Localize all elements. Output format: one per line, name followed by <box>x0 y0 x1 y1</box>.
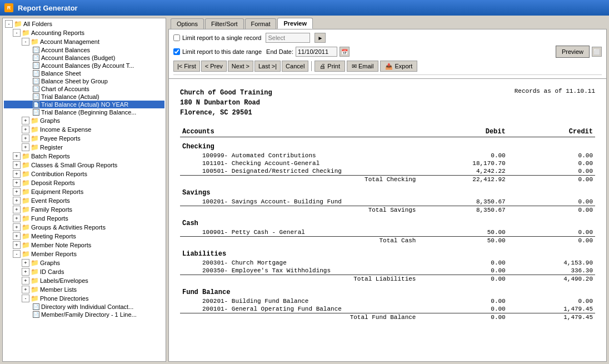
tab-preview[interactable]: Preview <box>277 18 313 29</box>
tree-item-groups-activities[interactable]: + 📁 Groups & Activities Reports <box>4 223 164 232</box>
member-graphs-expand[interactable]: + <box>22 259 29 267</box>
total-credit: 0.00 <box>508 237 595 245</box>
payee-expand[interactable]: + <box>22 134 29 142</box>
print-button[interactable]: 🖨 Print <box>315 61 345 72</box>
tree-item-accounting-reports[interactable]: - 📁 Accounting Reports <box>4 28 164 37</box>
total-label: Total Fund Balance <box>180 313 420 322</box>
labels-expand[interactable]: + <box>22 277 29 285</box>
cancel-button[interactable]: Cancel <box>282 61 308 72</box>
next-button[interactable]: Next > <box>228 61 253 72</box>
groups-expand[interactable]: + <box>13 223 21 231</box>
tab-filter-sort[interactable]: Filter/Sort <box>205 18 244 29</box>
tree-item-register[interactable]: + 📁 Register <box>4 143 164 152</box>
first-button[interactable]: |< First <box>173 61 200 72</box>
calendar-button[interactable]: 📅 <box>340 47 350 57</box>
labels-folder-icon: 📁 <box>31 277 39 285</box>
tree-item-deposit-reports[interactable]: + 📁 Deposit Reports <box>4 178 164 187</box>
account-mgmt-expand[interactable]: - <box>22 38 29 46</box>
family-expand[interactable]: + <box>13 206 21 213</box>
id-cards-expand[interactable]: + <box>22 268 29 276</box>
page-icon-button[interactable]: ⬜ <box>592 47 602 57</box>
meeting-expand[interactable]: + <box>13 232 21 240</box>
fund-expand[interactable]: + <box>13 215 21 222</box>
accounting-expand[interactable]: - <box>13 29 21 37</box>
tree-item-account-balances-budget[interactable]: 📄 Account Balances (Budget) <box>4 54 164 62</box>
tree-item-classes[interactable]: + 📁 Classes & Small Group Reports <box>4 161 164 169</box>
select-input[interactable] <box>266 33 310 43</box>
tree-root[interactable]: - 📁 All Folders <box>4 19 164 28</box>
tree-item-contribution-reports[interactable]: + 📁 Contribution Reports <box>4 169 164 178</box>
tree-item-account-management[interactable]: - 📁 Account Management <box>4 37 164 46</box>
tree-item-directory-individual[interactable]: 📄 Directory with Individual Contact... <box>4 303 164 311</box>
income-expand[interactable]: + <box>22 126 29 133</box>
total-label: Total Cash <box>180 237 420 245</box>
tree-item-member-graphs[interactable]: + 📁 Graphs <box>4 258 164 267</box>
tree-item-income-expense[interactable]: + 📁 Income & Expense <box>4 125 164 134</box>
tree-item-labels-envelopes[interactable]: + 📁 Labels/Envelopes <box>4 276 164 285</box>
title-bar: R Report Generator <box>0 0 609 16</box>
graphs-label: Graphs <box>40 117 60 124</box>
equipment-expand[interactable]: + <box>13 188 21 196</box>
id-cards-label: ID Cards <box>40 268 64 275</box>
tree-item-fund-reports[interactable]: + 📁 Fund Reports <box>4 214 164 223</box>
fund-reports-label: Fund Reports <box>31 215 68 222</box>
tab-format[interactable]: Format <box>245 18 277 29</box>
debit-cell: 0.00 <box>420 297 507 305</box>
root-expand[interactable]: - <box>5 20 13 28</box>
prev-button[interactable]: < Prev <box>201 61 227 72</box>
tree-item-member-lists[interactable]: + 📁 Member Lists <box>4 285 164 294</box>
total-credit: 0.00 <box>508 206 595 215</box>
app-icon: R <box>4 3 13 12</box>
tree-item-batch-reports[interactable]: + 📁 Batch Reports <box>4 152 164 161</box>
family-reports-label: Family Reports <box>31 206 72 213</box>
last-button[interactable]: Last >| <box>254 61 281 72</box>
limit-single-record-checkbox[interactable] <box>173 34 180 41</box>
deposit-folder-icon: 📁 <box>22 179 30 187</box>
register-expand[interactable]: + <box>22 143 29 151</box>
member-reports-expand[interactable]: - <box>13 250 21 258</box>
tree-item-account-balances[interactable]: 📄 Account Balances <box>4 46 164 54</box>
deposit-expand[interactable]: + <box>13 179 21 187</box>
tree-item-family-reports[interactable]: + 📁 Family Reports <box>4 205 164 214</box>
tree-item-payee-reports[interactable]: + 📁 Payee Reports <box>4 134 164 143</box>
total-debit: 0.00 <box>420 313 507 322</box>
tree-item-member-family-directory[interactable]: 📄 Member/Family Directory - 1 Line... <box>4 311 164 318</box>
graphs-expand[interactable]: + <box>22 117 29 124</box>
export-button[interactable]: 📤 Export <box>380 61 417 72</box>
tree-item-member-reports[interactable]: - 📁 Member Reports <box>4 250 164 258</box>
total-credit: 0.00 <box>508 176 595 184</box>
tree-item-chart-of-accounts[interactable]: 📄 Chart of Accounts <box>4 85 164 93</box>
member-lists-expand[interactable]: + <box>22 286 29 293</box>
tree-item-member-note-reports[interactable]: + 📁 Member Note Reports <box>4 241 164 250</box>
report-table: Accounts Debit Credit Checking 100999- A… <box>180 127 595 321</box>
end-date-input[interactable] <box>296 47 337 57</box>
tree-item-balance-sheet[interactable]: 📄 Balance Sheet <box>4 69 164 77</box>
doc-icon-ab-budget: 📄 <box>33 54 39 61</box>
tree-item-balance-sheet-group[interactable]: 📄 Balance Sheet by Group <box>4 77 164 85</box>
tree-item-trial-balance-beginning[interactable]: 📄 Trial Balance (Beginning Balance... <box>4 108 164 116</box>
event-expand[interactable]: + <box>13 197 21 205</box>
tree-item-event-reports[interactable]: + 📁 Event Reports <box>4 196 164 205</box>
tree-item-equipment-reports[interactable]: + 📁 Equipment Reports <box>4 187 164 196</box>
tree-item-trial-balance-actual[interactable]: 📄 Trial Balance (Actual) <box>4 93 164 101</box>
tree-item-graphs[interactable]: + 📁 Graphs <box>4 116 164 125</box>
preview-button[interactable]: Preview <box>556 46 590 58</box>
tree-item-phone-directories[interactable]: - 📁 Phone Directories <box>4 294 164 303</box>
tab-options[interactable]: Options <box>171 18 204 29</box>
tree-item-meeting-reports[interactable]: + 📁 Meeting Reports <box>4 232 164 241</box>
contribution-expand[interactable]: + <box>13 170 21 178</box>
debit-cell: 8,350.67 <box>420 198 507 206</box>
debit-cell: 4,242.22 <box>420 167 507 176</box>
member-note-expand[interactable]: + <box>13 241 21 249</box>
email-button[interactable]: ✉ Email <box>347 61 379 72</box>
tree-item-trial-balance-no-year[interactable]: 📄 Trial Balance (Actual) NO YEAR <box>4 101 164 108</box>
phone-dir-expand[interactable]: - <box>22 295 29 302</box>
select-arrow-button[interactable]: ► <box>315 33 326 43</box>
tree-item-account-balances-account[interactable]: 📄 Account Balances (By Account T... <box>4 62 164 69</box>
limit-date-range-checkbox[interactable] <box>173 48 180 55</box>
tree-item-id-cards[interactable]: + 📁 ID Cards <box>4 267 164 276</box>
classes-folder-icon: 📁 <box>22 161 30 169</box>
batch-expand[interactable]: + <box>13 152 21 160</box>
classes-expand[interactable]: + <box>13 161 21 169</box>
doc-icon-tba: 📄 <box>33 93 39 100</box>
